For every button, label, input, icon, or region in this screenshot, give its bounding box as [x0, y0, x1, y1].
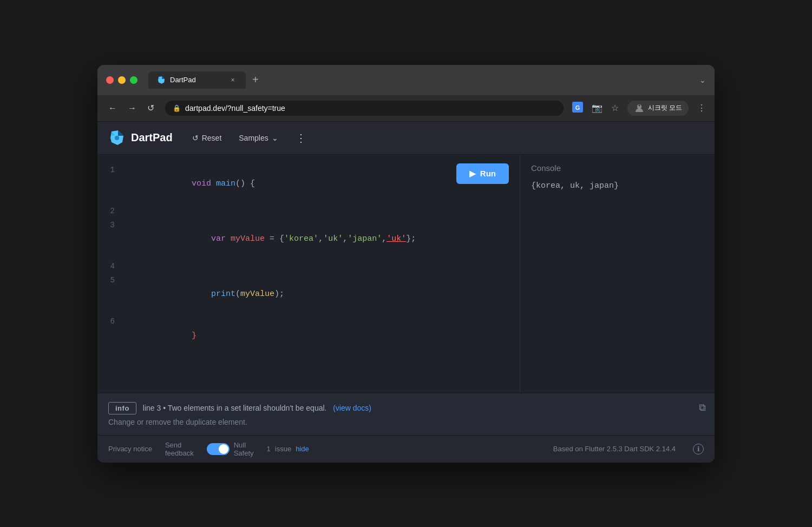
main-content: 1 void main() { 2 3 var: [97, 155, 715, 393]
forward-button[interactable]: →: [126, 101, 139, 115]
version-info: Based on Flutter 2.5.3 Dart SDK 2.14.4: [553, 445, 676, 453]
send-feedback-link[interactable]: Send feedback: [165, 441, 194, 457]
samples-button[interactable]: Samples ⌄: [234, 131, 282, 144]
dartpad-footer: Privacy notice Send feedback Null Safety…: [97, 435, 715, 463]
line-number-1: 1: [106, 164, 115, 177]
console-output: {korea, uk, japan}: [531, 181, 704, 190]
line-number-5: 5: [106, 274, 115, 287]
code-content-1: void main() {: [123, 163, 255, 205]
dartpad-header: DartPad ↺ Reset Samples ⌄ ⋮: [97, 122, 715, 155]
svg-point-4: [115, 136, 119, 140]
lock-icon: 🔒: [173, 104, 181, 112]
run-button[interactable]: ▶ Run: [456, 163, 509, 184]
code-line-6: 6 }: [106, 315, 511, 357]
code-content-5: print(myValue);: [123, 274, 284, 315]
code-editor[interactable]: 1 void main() { 2 3 var: [97, 155, 520, 393]
console-title: Console: [531, 163, 704, 173]
info-badge: info: [108, 402, 136, 414]
hide-issues-link[interactable]: hide: [296, 445, 309, 453]
svg-text:G: G: [575, 104, 580, 111]
issues-panel: info line 3 • Two elements in a set lite…: [97, 393, 715, 435]
code-line-2: 2: [106, 205, 511, 219]
bookmark-icon: ☆: [611, 103, 619, 113]
back-button[interactable]: ←: [106, 101, 119, 115]
dartpad-logo: DartPad: [108, 129, 173, 147]
maximize-window-button[interactable]: [130, 76, 137, 84]
new-tab-button[interactable]: +: [248, 74, 263, 86]
issues-number: 1: [267, 445, 271, 453]
code-lines: 1 void main() { 2 3 var: [97, 163, 520, 357]
browser-actions: G 📷 ☆ 시크릿 모드 ⋮: [572, 101, 706, 116]
tab-favicon-icon: [157, 76, 166, 84]
dartpad-app: DartPad ↺ Reset Samples ⌄ ⋮: [97, 122, 715, 463]
copy-icon: ⧉: [699, 402, 706, 413]
svg-point-3: [638, 104, 640, 106]
line-number-2: 2: [106, 205, 115, 218]
line-number-6: 6: [106, 315, 115, 328]
camera-off-icon: 📷: [592, 103, 603, 113]
code-line-1: 1 void main() {: [106, 163, 511, 205]
close-window-button[interactable]: [106, 76, 114, 84]
view-docs-link[interactable]: (view docs): [333, 404, 371, 412]
samples-chevron-icon: ⌄: [272, 134, 278, 142]
reset-button[interactable]: ↺ Reset: [188, 131, 226, 144]
tab-close-button[interactable]: ×: [228, 76, 237, 84]
info-button[interactable]: ℹ: [693, 444, 704, 454]
incognito-label: 시크릿 모드: [648, 103, 682, 113]
dartpad-logo-icon: [108, 129, 126, 147]
samples-label: Samples: [239, 134, 268, 142]
title-bar: DartPad × + ⌄: [97, 65, 715, 95]
info-icon: ℹ: [697, 445, 700, 453]
minimize-window-button[interactable]: [118, 76, 126, 84]
url-text: dartpad.dev/?null_safety=true: [185, 104, 285, 113]
traffic-lights: [106, 76, 137, 84]
issues-count: 1 issue hide: [267, 445, 309, 453]
camera-off-button[interactable]: 📷: [592, 103, 603, 113]
translate-button[interactable]: G: [572, 102, 583, 115]
dartpad-actions: ↺ Reset Samples ⌄ ⋮: [188, 129, 311, 147]
tab-bar: DartPad × +: [148, 71, 693, 89]
run-label: Run: [480, 169, 496, 178]
copy-button[interactable]: ⧉: [699, 402, 706, 413]
dartpad-title: DartPad: [131, 131, 173, 144]
code-line-3: 3 var myValue = {'korea','uk','japan','u…: [106, 219, 511, 260]
code-line-4: 4: [106, 260, 511, 274]
issue-detail: Change or remove the duplicate element.: [108, 418, 704, 426]
url-bar[interactable]: 🔒 dartpad.dev/?null_safety=true: [165, 101, 564, 116]
null-safety-switch[interactable]: [207, 443, 230, 455]
more-button[interactable]: ⋮: [697, 103, 706, 113]
reload-button[interactable]: ↺: [145, 101, 156, 115]
nav-buttons: ← → ↺: [106, 101, 156, 115]
browser-window: DartPad × + ⌄ ← → ↺ 🔒 dartpad.dev/?null_…: [97, 65, 715, 463]
issue-message-part1: line 3 • Two elements in a set literal s…: [143, 402, 371, 414]
tab-title: DartPad: [170, 76, 196, 84]
reset-icon: ↺: [192, 134, 199, 142]
run-icon: ▶: [469, 169, 476, 179]
code-content-2: [123, 205, 128, 219]
console-panel: Console {korea, uk, japan}: [520, 155, 715, 393]
issues-label: issue: [275, 445, 291, 453]
address-bar: ← → ↺ 🔒 dartpad.dev/?null_safety=true G …: [97, 95, 715, 122]
incognito-icon: [634, 103, 645, 114]
line-number-4: 4: [106, 260, 115, 273]
issue-first-line: info line 3 • Two elements in a set lite…: [108, 402, 704, 414]
null-safety-toggle[interactable]: Null Safety: [207, 441, 254, 457]
null-safety-label: Null Safety: [234, 441, 254, 457]
browser-tab[interactable]: DartPad ×: [148, 71, 246, 89]
translate-icon: G: [572, 102, 583, 113]
tab-menu-button[interactable]: ⌄: [699, 76, 706, 84]
incognito-badge: 시크릿 모드: [627, 101, 689, 116]
line-number-3: 3: [106, 219, 115, 232]
dartpad-more-button[interactable]: ⋮: [291, 129, 311, 147]
bookmark-button[interactable]: ☆: [611, 103, 619, 113]
code-line-5: 5 print(myValue);: [106, 274, 511, 315]
more-icon: ⋮: [697, 103, 706, 113]
reset-label: Reset: [202, 134, 222, 142]
toggle-knob: [219, 444, 228, 454]
code-content-3: var myValue = {'korea','uk','japan','uk'…: [123, 219, 416, 260]
code-content-4: [123, 260, 128, 274]
privacy-notice-link[interactable]: Privacy notice: [108, 445, 152, 453]
code-content-6: }: [123, 315, 197, 357]
